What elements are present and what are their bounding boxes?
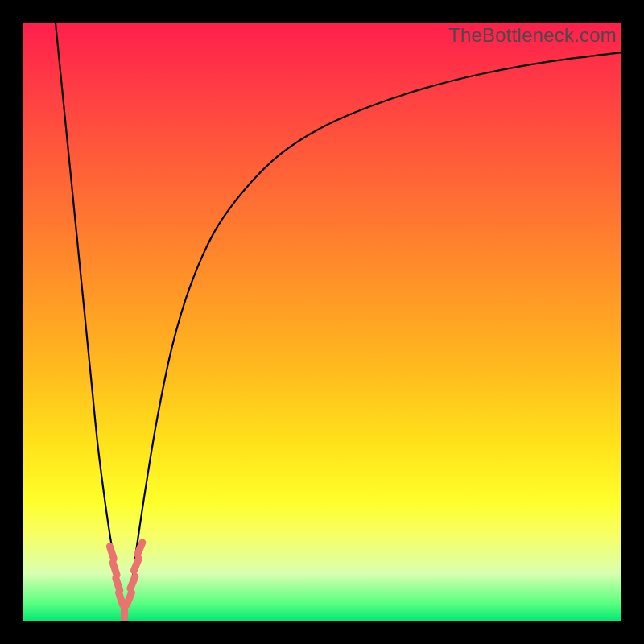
marker-dash: [126, 592, 131, 605]
watermark-text: TheBottleneck.com: [448, 24, 617, 47]
marker-dash: [138, 543, 142, 555]
chart-frame: TheBottleneck.com: [0, 0, 644, 644]
marker-dash: [109, 547, 114, 559]
curve-right-branch: [126, 52, 621, 613]
curve-overlay: [23, 23, 621, 621]
plot-area: TheBottleneck.com: [23, 23, 621, 621]
marker-dash: [116, 578, 120, 590]
curve-left-branch: [56, 23, 123, 613]
marker-dash: [119, 592, 123, 605]
marker-dash: [134, 559, 138, 571]
marker-dash: [130, 576, 135, 588]
marker-dash: [113, 563, 117, 575]
marker-cluster: [109, 543, 142, 618]
